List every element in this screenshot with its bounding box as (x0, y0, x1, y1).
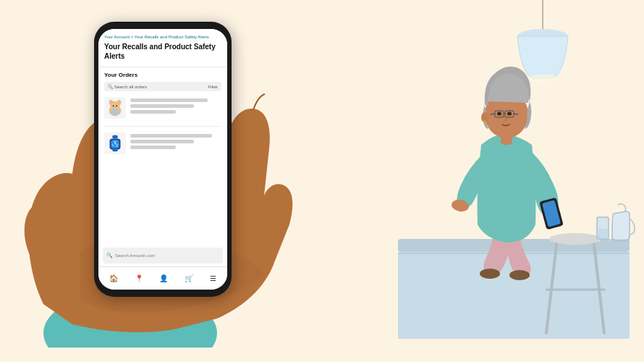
phone: Your Account > Your Recalls and Product … (94, 22, 232, 297)
nav-menu-icon[interactable]: ☰ (210, 274, 216, 282)
nav-location-icon[interactable]: 📍 (135, 274, 143, 282)
order-line (130, 110, 176, 114)
svg-rect-16 (112, 148, 117, 152)
search-amazon-text: Search Amazon.com (115, 253, 155, 258)
orders-label: Your Orders (104, 72, 221, 78)
svg-line-42 (491, 114, 495, 114)
bottom-nav: 🏠 📍 👤 🛒 ☰ (98, 266, 227, 290)
svg-point-8 (116, 105, 117, 106)
order-lines-1 (130, 97, 221, 114)
search-filter-row[interactable]: 🔍 Search all orders Filter (104, 82, 221, 91)
order-line (130, 98, 208, 102)
svg-line-43 (514, 114, 518, 114)
svg-point-32 (509, 270, 530, 280)
order-line (130, 146, 176, 149)
svg-point-7 (113, 105, 114, 106)
left-section: Your Account > Your Recalls and Product … (0, 0, 347, 362)
nav-home-icon[interactable]: 🏠 (109, 274, 118, 282)
order-image-2 (104, 132, 126, 154)
svg-point-5 (110, 101, 112, 104)
screen-header: Your Account > Your Recalls and Product … (98, 29, 227, 67)
person-illustration (340, 0, 644, 348)
order-line (130, 134, 212, 138)
breadcrumb: Your Account > Your Recalls and Product … (104, 35, 221, 39)
svg-rect-28 (550, 236, 601, 242)
order-line (130, 104, 194, 108)
svg-point-31 (480, 269, 500, 279)
phone-screen: Your Account > Your Recalls and Product … (98, 29, 227, 290)
svg-point-20 (528, 75, 557, 82)
order-image-1 (104, 97, 126, 119)
svg-point-47 (483, 120, 486, 123)
order-lines-2 (130, 132, 221, 149)
svg-point-9 (114, 106, 116, 108)
search-icon: 🔍 (106, 253, 113, 258)
svg-point-6 (118, 101, 120, 104)
order-item-2 (104, 132, 221, 154)
divider (104, 126, 221, 127)
orders-section: Your Orders 🔍 Search all orders Filter (98, 67, 227, 248)
svg-rect-30 (597, 229, 609, 239)
search-orders-text: 🔍 Search all orders (108, 84, 147, 89)
svg-point-45 (507, 112, 512, 116)
right-section (326, 0, 644, 362)
nav-cart-icon[interactable]: 🛒 (185, 274, 193, 282)
svg-rect-10 (112, 135, 117, 139)
phone-body: Your Account > Your Recalls and Product … (94, 22, 232, 297)
page-title: Your Recalls and Product Safety Alerts (104, 42, 221, 61)
order-line (130, 140, 194, 143)
main-scene: Your Account > Your Recalls and Product … (0, 0, 644, 362)
order-item-1 (104, 97, 221, 119)
nav-account-icon[interactable]: 👤 (159, 274, 168, 282)
bottom-search-bar[interactable]: 🔍 Search Amazon.com (103, 248, 223, 264)
filter-text: Filter (208, 85, 218, 89)
svg-point-44 (497, 112, 501, 116)
